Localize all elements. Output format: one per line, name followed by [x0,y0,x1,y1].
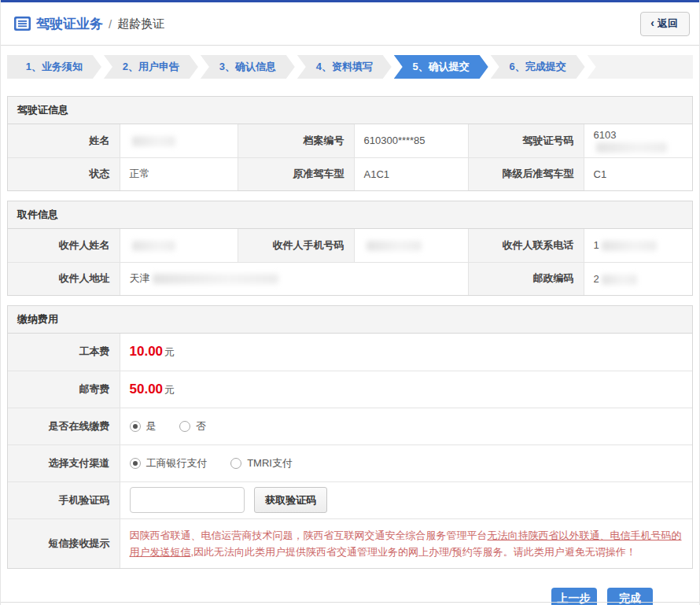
recipient-name-value [120,229,238,262]
radio-channel-tmri[interactable]: TMRI支付 [230,457,293,469]
license-info-table: 姓名 档案编号 610300****85 驾驶证号码 6103 状态 正常 原准… [8,124,692,190]
redacted-value [367,241,422,251]
mail-fee-value: 50.00元 [120,371,692,408]
table-row: 收件人地址 天津 邮政编码 2 [8,262,692,295]
radio-label: 否 [196,420,206,432]
fee-unit: 元 [164,384,175,396]
step-nav: 1、业务须知 2、用户申告 3、确认信息 4、资料填写 5、确认提交 6、完成提… [7,55,693,79]
step-1-notice[interactable]: 1、业务须知 [7,55,101,79]
page-header: 驾驶证业务 / 超龄换证 ‹返回 [1,2,699,46]
table-row: 收件人姓名 收件人手机号码 收件人联系电话 1 [8,229,692,262]
recipient-address-value: 天津 [120,262,468,295]
pickup-info-table: 收件人姓名 收件人手机号码 收件人联系电话 1 收件人地址 天津 邮政编码 2 [8,229,692,295]
radio-checked-icon [130,458,141,469]
license-no-value: 6103 [584,124,692,157]
page-bottom-border [1,602,699,603]
sms-code-input[interactable] [130,487,245,513]
radio-checked-icon [130,421,141,432]
pickup-info-title: 取件信息 [8,201,692,229]
file-no-value: 610300****85 [354,124,468,157]
work-fee-label: 工本费 [8,334,120,371]
radio-unchecked-icon [230,458,241,469]
redacted-value [132,241,175,251]
redacted-value [132,136,175,146]
step-3-confirm-info[interactable]: 3、确认信息 [201,55,295,79]
redacted-value [153,274,278,284]
table-row: 短信接收提示 因陕西省联通、电信运营商技术问题，陕西省互联网交通安全综合服务管理… [8,518,692,568]
work-fee-value: 10.00元 [120,334,692,371]
pickup-info-panel: 取件信息 收件人姓名 收件人手机号码 收件人联系电话 1 收件人地址 天津 邮政… [7,201,693,296]
notice-part2: ,因此无法向此类用户提供陕西省交通管理业务的网上办理/预约等服务。请此类用户避免… [191,546,636,558]
sms-code-label: 手机验证码 [8,481,120,518]
fee-unit: 元 [164,346,175,358]
recipient-name-label: 收件人姓名 [8,229,120,262]
license-info-panel: 驾驶证信息 姓名 档案编号 610300****85 驾驶证号码 6103 状态… [7,96,693,191]
radio-online-no[interactable]: 否 [179,420,206,432]
fee-amount: 10.00 [130,344,164,359]
name-label: 姓名 [8,124,120,157]
step-6-complete[interactable]: 6、完成提交 [491,55,585,79]
page-title: 驾驶证业务 [36,15,103,33]
radio-channel-icbc[interactable]: 工商银行支付 [130,457,208,469]
status-value: 正常 [120,157,238,190]
payment-title: 缴纳费用 [8,306,692,334]
file-no-label: 档案编号 [238,124,354,157]
list-icon [14,17,31,31]
recipient-mobile-label: 收件人手机号码 [238,229,354,262]
recipient-address-label: 收件人地址 [8,262,120,295]
sms-notice-text: 因陕西省联通、电信运营商技术问题，陕西省互联网交通安全综合服务管理平台无法向持陕… [120,518,692,568]
redacted-value [596,142,667,153]
orig-class-label: 原准驾车型 [238,157,354,190]
postal-code-value: 2 [584,262,692,295]
sms-notice-label: 短信接收提示 [8,518,120,568]
get-code-button[interactable]: 获取验证码 [254,487,327,513]
page-subtitle: 超龄换证 [117,17,164,31]
step-4-fill-data[interactable]: 4、资料填写 [297,55,392,79]
recipient-tel-value: 1 [584,229,692,262]
table-row: 状态 正常 原准驾车型 A1C1 降级后准驾车型 C1 [8,157,692,190]
downgraded-class-value: C1 [584,157,692,190]
redacted-value [602,241,657,251]
footer-actions: 上一步 完成 [1,578,699,605]
pay-channel-label: 选择支付渠道 [8,445,120,481]
table-row: 手机验证码 获取验证码 [8,481,692,518]
step-5-confirm-submit[interactable]: 5、确认提交 [394,55,488,79]
orig-class-value: A1C1 [354,157,468,190]
pay-channel-options: 工商银行支付 TMRI支付 [120,445,692,481]
back-button-label: 返回 [658,17,678,29]
back-button[interactable]: ‹返回 [640,12,690,36]
status-label: 状态 [8,157,120,190]
breadcrumb-divider: / [109,17,112,31]
name-value [120,124,238,157]
sms-code-cell: 获取验证码 [120,481,692,518]
payment-panel: 缴纳费用 工本费 10.00元 邮寄费 50.00元 是否在线缴费 是 否 选择… [7,305,693,569]
step-2-declaration[interactable]: 2、用户申告 [104,55,198,79]
radio-unchecked-icon [179,421,190,432]
mail-fee-label: 邮寄费 [8,371,120,408]
recipient-tel-label: 收件人联系电话 [468,229,584,262]
radio-label: 工商银行支付 [146,457,208,469]
radio-label: 是 [146,420,157,432]
table-row: 工本费 10.00元 [8,334,692,371]
radio-label: TMRI支付 [247,457,293,469]
table-row: 选择支付渠道 工商银行支付 TMRI支付 [8,445,692,481]
license-info-title: 驾驶证信息 [8,97,692,124]
table-row: 邮寄费 50.00元 [8,371,692,408]
payment-table: 工本费 10.00元 邮寄费 50.00元 是否在线缴费 是 否 选择支付渠道 … [8,334,692,568]
online-pay-options: 是 否 [120,408,692,445]
online-pay-label: 是否在线缴费 [8,408,120,445]
postal-code-label: 邮政编码 [468,262,584,295]
table-row: 姓名 档案编号 610300****85 驾驶证号码 6103 [8,124,692,157]
downgraded-class-label: 降级后准驾车型 [468,157,584,190]
step-nav-tail [588,55,693,79]
chevron-left-icon: ‹ [650,17,654,29]
table-row: 是否在线缴费 是 否 [8,408,692,445]
license-no-label: 驾驶证号码 [468,124,584,157]
radio-online-yes[interactable]: 是 [130,420,157,432]
recipient-mobile-value [354,229,468,262]
fee-amount: 50.00 [130,382,164,397]
redacted-value [602,275,637,285]
notice-part1: 因陕西省联通、电信运营商技术问题，陕西省互联网交通安全综合服务管理平台 [130,529,488,541]
